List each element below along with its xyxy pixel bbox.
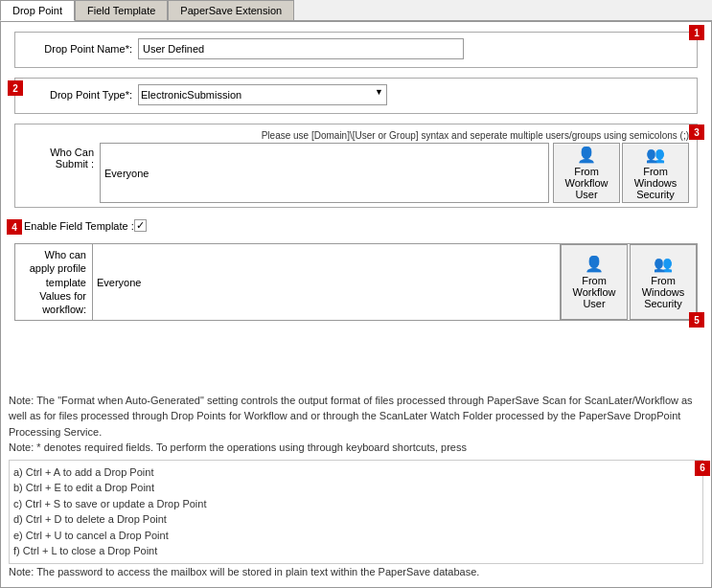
badge-3: 3 [689, 124, 704, 140]
from-workflow-user-button[interactable]: 👤 From WorkflowUser [553, 143, 620, 203]
tab-drop-point[interactable]: Drop Point [0, 0, 75, 21]
template-workflow-icon: 👤 [585, 255, 604, 273]
badge-6: 6 [695, 461, 710, 476]
template-box: 5 Who can apply profile template Values … [14, 243, 698, 321]
tab-content: 1 Drop Point Name*: 2 Drop Point Type*: … [0, 21, 712, 588]
template-input[interactable] [92, 244, 560, 320]
drop-point-type-row: Drop Point Type*: ElectronicSubmission S… [23, 84, 689, 105]
template-buttons: 👤 From WorkflowUser 👥 From WindowsSecuri… [560, 244, 697, 320]
enable-field-template-label: Enable Field Template : [24, 220, 134, 232]
template-from-workflow-button[interactable]: 👤 From WorkflowUser [561, 244, 628, 320]
who-can-submit-row: Who Can Submit : 👤 From WorkflowUser 👥 F… [23, 143, 689, 203]
shortcut-f: f) Ctrl + L to close a Drop Point [13, 543, 699, 559]
from-windows-security-label: From WindowsSecurity [625, 166, 686, 200]
main-container: Drop Point Field Template PaperSave Exte… [0, 0, 712, 588]
shortcut-c: c) Ctrl + S to save or update a Drop Poi… [13, 496, 699, 512]
shortcut-d: d) Ctrl + D to delete a Drop Point [13, 511, 699, 528]
note2: Note: * denotes required fields. To perf… [9, 440, 703, 456]
drop-point-name-label: Drop Point Name*: [23, 43, 138, 55]
template-from-windows-label: From WindowsSecurity [632, 275, 694, 309]
who-can-submit-input[interactable] [100, 143, 549, 203]
workflow-user-icon: 👤 [577, 146, 596, 164]
drop-point-name-input[interactable] [138, 38, 464, 59]
shortcut-b: b) Ctrl + E to edit a Drop Point [13, 480, 699, 496]
template-values-section: 5 Who can apply profile template Values … [14, 243, 698, 321]
template-from-windows-button[interactable]: 👥 From WindowsSecurity [630, 244, 697, 320]
drop-point-type-select[interactable]: ElectronicSubmission Scan Watch Folder [138, 84, 387, 105]
template-inner: Who can apply profile template Values fo… [15, 244, 697, 320]
windows-security-icon: 👥 [646, 146, 665, 164]
template-from-workflow-label: From WorkflowUser [563, 275, 625, 309]
notes-area: Note: The "Format when Auto-Generated" s… [9, 393, 703, 580]
who-can-submit-section: 3 Please use [Domain]\[User or Group] sy… [14, 124, 698, 208]
template-label: Who can apply profile template Values fo… [15, 244, 92, 320]
drop-point-name-row: Drop Point Name*: [23, 38, 689, 59]
drop-point-type-section: 2 Drop Point Type*: ElectronicSubmission… [14, 78, 698, 114]
from-workflow-user-label: From WorkflowUser [556, 166, 617, 200]
spacer [9, 328, 703, 386]
tab-bar: Drop Point Field Template PaperSave Exte… [0, 0, 712, 21]
submit-buttons: 👤 From WorkflowUser 👥 From WindowsSecuri… [553, 143, 689, 203]
tab-field-template[interactable]: Field Template [75, 0, 168, 20]
notes-box: 6 a) Ctrl + A to add a Drop Point b) Ctr… [9, 460, 703, 564]
hint-text: Please use [Domain]\[User or Group] synt… [23, 128, 689, 143]
badge-1: 1 [689, 25, 704, 40]
badge-2: 2 [8, 80, 23, 96]
drop-point-name-section: 1 Drop Point Name*: [14, 32, 698, 68]
drop-point-type-label: Drop Point Type*: [23, 89, 138, 101]
enable-field-template-checkbox[interactable] [134, 219, 147, 232]
shortcut-a: a) Ctrl + A to add a Drop Point [13, 464, 699, 481]
template-windows-icon: 👥 [654, 255, 673, 273]
enable-field-template-section: 4 Enable Field Template : [14, 217, 698, 234]
from-windows-security-button[interactable]: 👥 From WindowsSecurity [622, 143, 689, 203]
tab-papersave-extension[interactable]: PaperSave Extension [168, 0, 294, 20]
note3: Note: The password to access the mailbox… [9, 564, 703, 580]
who-can-submit-label: Who Can Submit : [23, 143, 100, 203]
note1: Note: The "Format when Auto-Generated" s… [9, 393, 703, 441]
badge-5: 5 [689, 312, 704, 328]
shortcut-e: e) Ctrl + U to cancel a Drop Point [13, 528, 699, 544]
badge-4: 4 [7, 219, 22, 235]
drop-point-type-select-wrapper: ElectronicSubmission Scan Watch Folder [138, 84, 387, 105]
